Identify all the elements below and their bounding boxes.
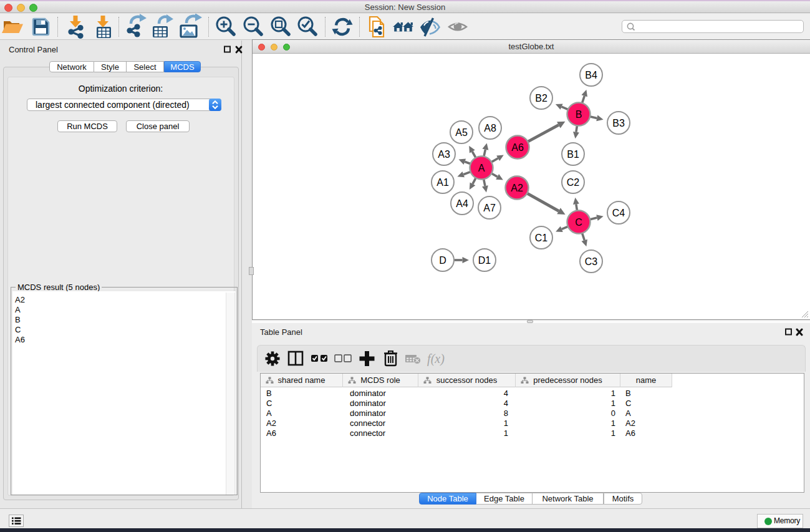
svg-text:A4: A4: [456, 198, 468, 209]
svg-text:B: B: [576, 109, 582, 120]
svg-text:A2: A2: [511, 183, 523, 193]
svg-text:f(x): f(x): [427, 352, 445, 366]
svg-text:A8: A8: [484, 123, 496, 133]
svg-text:A5: A5: [455, 127, 468, 138]
svg-text:A: A: [478, 163, 485, 173]
svg-text:D: D: [439, 255, 446, 266]
svg-text:B1: B1: [567, 149, 579, 160]
svg-text:B3: B3: [612, 118, 625, 128]
svg-text:C: C: [575, 217, 582, 228]
svg-text:D1: D1: [478, 255, 491, 266]
svg-text:B2: B2: [535, 93, 547, 104]
svg-text:B4: B4: [585, 70, 597, 80]
svg-text:C3: C3: [585, 256, 598, 267]
svg-text:A6: A6: [511, 142, 524, 153]
svg-text:C1: C1: [535, 233, 548, 243]
svg-text:A1: A1: [436, 177, 449, 188]
svg-text:A3: A3: [438, 149, 450, 160]
svg-text:C2: C2: [567, 177, 580, 188]
svg-text:C4: C4: [612, 208, 625, 218]
svg-text:A7: A7: [483, 203, 496, 213]
